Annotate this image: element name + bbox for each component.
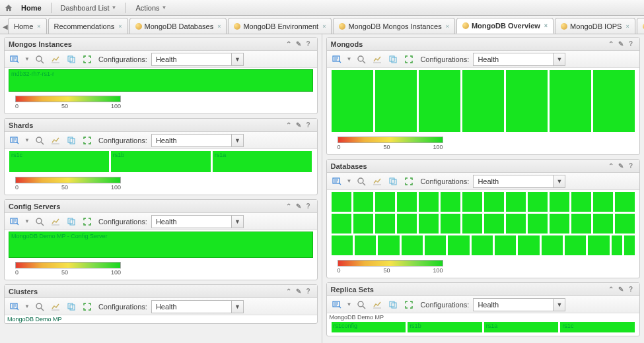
heatmap-cell[interactable]: rs1b bbox=[407, 321, 483, 333]
copy-icon[interactable] bbox=[387, 53, 399, 65]
heatmap-cell[interactable]: rs1c bbox=[9, 150, 110, 173]
heatmap-cell[interactable]: mdb32-rh7-rs1-r bbox=[9, 69, 313, 92]
search-icon[interactable] bbox=[34, 53, 46, 65]
edit-icon[interactable]: ✎ bbox=[616, 162, 626, 171]
help-icon[interactable]: ? bbox=[304, 121, 313, 130]
heatmap-cell[interactable] bbox=[624, 235, 635, 256]
chevron-down-icon[interactable]: ▼ bbox=[231, 53, 243, 65]
heatmap-cell[interactable] bbox=[549, 213, 570, 234]
heatmap-cell[interactable] bbox=[396, 191, 417, 212]
chevron-down-icon[interactable]: ▼ bbox=[231, 216, 243, 228]
heatmap-cell[interactable] bbox=[505, 213, 526, 234]
search-icon[interactable] bbox=[355, 53, 367, 65]
chart-icon[interactable] bbox=[50, 301, 61, 313]
collapse-icon[interactable]: ⌃ bbox=[606, 162, 616, 171]
config-select[interactable]: Health▼ bbox=[473, 298, 565, 311]
tab-mongodb-overview[interactable]: MongoDB Overview× bbox=[456, 18, 554, 34]
heatmap-cell[interactable] bbox=[331, 235, 353, 256]
close-icon[interactable]: × bbox=[217, 23, 221, 30]
heatmap-cell[interactable]: rs1config bbox=[331, 321, 407, 333]
heatmap-cell[interactable] bbox=[611, 235, 623, 256]
chart-icon[interactable] bbox=[50, 135, 61, 146]
chevron-down-icon[interactable]: ▼ bbox=[347, 301, 352, 307]
heatmap-cell[interactable] bbox=[418, 213, 439, 234]
heatmap-cell[interactable] bbox=[447, 235, 470, 256]
close-icon[interactable]: × bbox=[446, 23, 449, 30]
chevron-down-icon[interactable]: ▼ bbox=[231, 301, 243, 313]
expand-icon[interactable] bbox=[403, 53, 415, 65]
heatmap-cell[interactable] bbox=[418, 69, 461, 133]
expand-icon[interactable] bbox=[81, 53, 93, 65]
search-icon[interactable] bbox=[355, 175, 367, 187]
search-icon[interactable] bbox=[34, 135, 46, 146]
chevron-down-icon[interactable]: ▼ bbox=[24, 303, 30, 309]
collapse-icon[interactable]: ⌃ bbox=[284, 40, 293, 49]
heatmap-cell[interactable]: MongoDB Demo MP - Config Server bbox=[9, 232, 313, 258]
heatmap-cell[interactable] bbox=[614, 191, 635, 212]
collapse-icon[interactable]: ⌃ bbox=[284, 121, 293, 130]
menu-home[interactable]: Home bbox=[16, 3, 47, 13]
filter-icon[interactable] bbox=[9, 216, 20, 228]
search-icon[interactable] bbox=[34, 301, 46, 313]
config-select[interactable]: Health▼ bbox=[151, 53, 244, 66]
close-icon[interactable]: × bbox=[322, 23, 326, 30]
chevron-down-icon[interactable]: ▼ bbox=[24, 137, 30, 143]
config-select[interactable]: Health▼ bbox=[151, 300, 244, 313]
heatmap-cell[interactable] bbox=[331, 213, 352, 234]
heatmap-cell[interactable] bbox=[418, 191, 439, 212]
heatmap-cell[interactable] bbox=[505, 191, 526, 212]
heatmap-cell[interactable] bbox=[375, 191, 396, 212]
filter-icon[interactable] bbox=[9, 301, 20, 313]
filter-icon[interactable] bbox=[9, 53, 20, 65]
heatmap-cell[interactable] bbox=[505, 69, 548, 133]
heatmap-cell[interactable] bbox=[587, 235, 610, 256]
heatmap-cell[interactable] bbox=[549, 69, 592, 133]
heatmap-cell[interactable] bbox=[527, 213, 548, 234]
copy-icon[interactable] bbox=[65, 301, 77, 313]
menu-dashboard-list[interactable]: Dashboard List ▼ bbox=[55, 3, 122, 13]
heatmap-cell[interactable] bbox=[541, 235, 563, 256]
edit-icon[interactable]: ✎ bbox=[294, 202, 303, 211]
heatmap-cell[interactable]: rs1b bbox=[110, 150, 211, 173]
heatmap-cell[interactable] bbox=[527, 191, 548, 212]
heatmap-cell[interactable]: rs1a bbox=[212, 150, 313, 173]
heatmap-cell[interactable]: rs1a bbox=[483, 321, 559, 333]
heatmap-cell[interactable] bbox=[353, 213, 374, 234]
copy-icon[interactable] bbox=[387, 175, 399, 187]
chart-icon[interactable] bbox=[371, 53, 383, 65]
edit-icon[interactable]: ✎ bbox=[294, 287, 303, 296]
heatmap-cell[interactable] bbox=[354, 235, 376, 256]
heatmap-cell[interactable] bbox=[462, 69, 505, 133]
chevron-down-icon[interactable]: ▼ bbox=[24, 56, 30, 62]
heatmap-cell[interactable] bbox=[331, 69, 374, 133]
heatmap-cell[interactable] bbox=[517, 235, 540, 256]
help-icon[interactable]: ? bbox=[304, 40, 313, 49]
help-icon[interactable]: ? bbox=[304, 287, 313, 296]
tab-mo[interactable]: Mo× bbox=[637, 18, 644, 34]
chevron-down-icon[interactable]: ▼ bbox=[347, 56, 352, 62]
heatmap-cell[interactable] bbox=[424, 235, 447, 256]
heatmap-cell[interactable] bbox=[375, 213, 396, 234]
heatmap-cell[interactable] bbox=[564, 235, 587, 256]
heatmap-cell[interactable] bbox=[353, 191, 374, 212]
copy-icon[interactable] bbox=[387, 299, 399, 311]
heatmap-cell[interactable] bbox=[614, 213, 635, 234]
close-icon[interactable]: × bbox=[118, 23, 122, 30]
config-select[interactable]: Health▼ bbox=[151, 215, 244, 228]
heatmap-cell[interactable] bbox=[440, 213, 461, 234]
heatmap-cell[interactable] bbox=[571, 213, 592, 234]
filter-icon[interactable] bbox=[9, 135, 20, 146]
heatmap-cell[interactable] bbox=[571, 191, 592, 212]
search-icon[interactable] bbox=[355, 299, 367, 311]
expand-icon[interactable] bbox=[403, 299, 415, 311]
edit-icon[interactable]: ✎ bbox=[294, 40, 303, 49]
expand-icon[interactable] bbox=[81, 216, 93, 228]
chevron-down-icon[interactable]: ▼ bbox=[553, 175, 565, 187]
collapse-icon[interactable]: ⌃ bbox=[284, 287, 293, 296]
heatmap-cell[interactable] bbox=[440, 191, 461, 212]
heatmap-cell[interactable] bbox=[331, 191, 352, 212]
heatmap-cell[interactable] bbox=[462, 213, 483, 234]
heatmap-cell[interactable] bbox=[375, 69, 417, 133]
filter-icon[interactable] bbox=[331, 299, 343, 311]
chart-icon[interactable] bbox=[50, 53, 61, 65]
